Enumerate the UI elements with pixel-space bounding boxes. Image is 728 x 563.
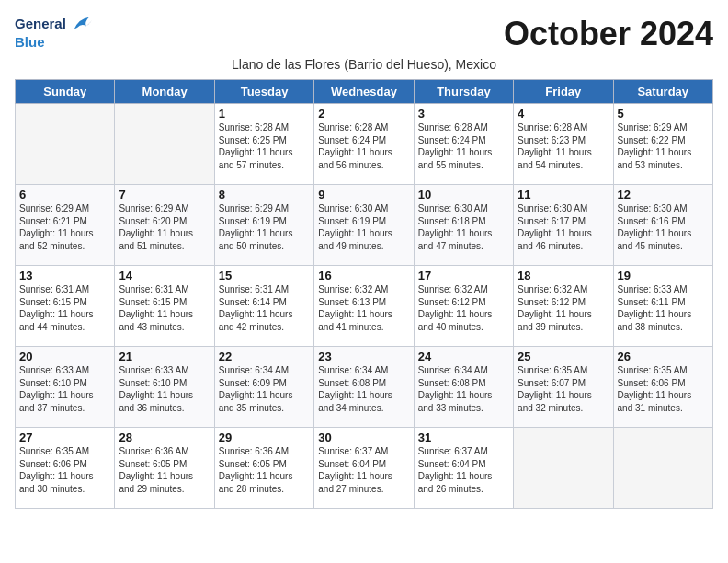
- calendar-cell: 15Sunrise: 6:31 AMSunset: 6:14 PMDayligh…: [214, 266, 313, 347]
- day-number: 25: [518, 350, 609, 363]
- day-number: 17: [418, 269, 509, 282]
- day-info: Sunrise: 6:32 AMSunset: 6:13 PMDaylight:…: [318, 283, 409, 333]
- calendar-cell: 2Sunrise: 6:28 AMSunset: 6:24 PMDaylight…: [314, 104, 414, 185]
- calendar-cell: 4Sunrise: 6:28 AMSunset: 6:23 PMDaylight…: [514, 104, 613, 185]
- calendar-cell: 22Sunrise: 6:34 AMSunset: 6:09 PMDayligh…: [214, 347, 313, 428]
- day-info: Sunrise: 6:33 AMSunset: 6:11 PMDaylight:…: [618, 283, 709, 333]
- weekday-header-row: Sunday Monday Tuesday Wednesday Thursday…: [16, 80, 713, 104]
- day-number: 21: [119, 350, 210, 363]
- calendar-cell: 25Sunrise: 6:35 AMSunset: 6:07 PMDayligh…: [514, 347, 613, 428]
- day-info: Sunrise: 6:37 AMSunset: 6:04 PMDaylight:…: [318, 445, 409, 495]
- calendar-cell: [514, 428, 613, 509]
- subtitle: Llano de las Flores (Barrio del Hueso), …: [15, 57, 713, 72]
- calendar-cell: 7Sunrise: 6:29 AMSunset: 6:20 PMDaylight…: [115, 185, 214, 266]
- calendar-cell: 31Sunrise: 6:37 AMSunset: 6:04 PMDayligh…: [414, 428, 513, 509]
- calendar-cell: [16, 104, 115, 185]
- day-info: Sunrise: 6:28 AMSunset: 6:25 PMDaylight:…: [219, 121, 310, 171]
- calendar-cell: 27Sunrise: 6:35 AMSunset: 6:06 PMDayligh…: [16, 428, 115, 509]
- calendar-cell: 3Sunrise: 6:28 AMSunset: 6:24 PMDaylight…: [414, 104, 513, 185]
- header-top: General Blue October 2024: [15, 15, 713, 53]
- day-info: Sunrise: 6:29 AMSunset: 6:19 PMDaylight:…: [219, 202, 310, 252]
- calendar-cell: 14Sunrise: 6:31 AMSunset: 6:15 PMDayligh…: [115, 266, 214, 347]
- day-info: Sunrise: 6:29 AMSunset: 6:22 PMDaylight:…: [618, 121, 709, 171]
- logo-blue: Blue: [15, 34, 45, 50]
- day-number: 30: [318, 431, 409, 444]
- day-info: Sunrise: 6:31 AMSunset: 6:15 PMDaylight:…: [19, 283, 110, 333]
- day-number: 2: [318, 107, 409, 121]
- day-number: 31: [418, 431, 509, 444]
- calendar-cell: 20Sunrise: 6:33 AMSunset: 6:10 PMDayligh…: [16, 347, 115, 428]
- calendar-cell: 13Sunrise: 6:31 AMSunset: 6:15 PMDayligh…: [16, 266, 115, 347]
- calendar-cell: 11Sunrise: 6:30 AMSunset: 6:17 PMDayligh…: [514, 185, 613, 266]
- calendar-cell: 28Sunrise: 6:36 AMSunset: 6:05 PMDayligh…: [115, 428, 214, 509]
- calendar-cell: 21Sunrise: 6:33 AMSunset: 6:10 PMDayligh…: [115, 347, 214, 428]
- day-number: 6: [19, 188, 110, 201]
- day-info: Sunrise: 6:32 AMSunset: 6:12 PMDaylight:…: [418, 283, 509, 333]
- calendar-cell: 9Sunrise: 6:30 AMSunset: 6:19 PMDaylight…: [314, 185, 414, 266]
- day-number: 7: [119, 188, 210, 201]
- day-number: 26: [618, 350, 709, 363]
- calendar-cell: [613, 428, 712, 509]
- day-number: 4: [518, 107, 609, 121]
- calendar-cell: 18Sunrise: 6:32 AMSunset: 6:12 PMDayligh…: [514, 266, 613, 347]
- header-friday: Friday: [514, 80, 613, 104]
- calendar-cell: 29Sunrise: 6:36 AMSunset: 6:05 PMDayligh…: [214, 428, 313, 509]
- day-info: Sunrise: 6:35 AMSunset: 6:06 PMDaylight:…: [19, 445, 110, 495]
- header-thursday: Thursday: [414, 80, 513, 104]
- day-info: Sunrise: 6:36 AMSunset: 6:05 PMDaylight:…: [119, 445, 210, 495]
- week-row-1: 1Sunrise: 6:28 AMSunset: 6:25 PMDaylight…: [16, 104, 713, 185]
- header-tuesday: Tuesday: [214, 80, 313, 104]
- day-info: Sunrise: 6:34 AMSunset: 6:09 PMDaylight:…: [219, 364, 310, 414]
- calendar-cell: 8Sunrise: 6:29 AMSunset: 6:19 PMDaylight…: [214, 185, 313, 266]
- calendar-cell: 12Sunrise: 6:30 AMSunset: 6:16 PMDayligh…: [613, 185, 712, 266]
- day-number: 9: [318, 188, 409, 201]
- day-number: 19: [618, 269, 709, 282]
- day-number: 10: [418, 188, 509, 201]
- day-info: Sunrise: 6:30 AMSunset: 6:19 PMDaylight:…: [318, 202, 409, 252]
- day-info: Sunrise: 6:31 AMSunset: 6:15 PMDaylight:…: [119, 283, 210, 333]
- header-wednesday: Wednesday: [314, 80, 414, 104]
- day-number: 15: [219, 269, 310, 282]
- week-row-2: 6Sunrise: 6:29 AMSunset: 6:21 PMDaylight…: [16, 185, 713, 266]
- header-saturday: Saturday: [613, 80, 712, 104]
- calendar-cell: 23Sunrise: 6:34 AMSunset: 6:08 PMDayligh…: [314, 347, 414, 428]
- logo: General Blue: [15, 15, 92, 52]
- calendar-cell: 19Sunrise: 6:33 AMSunset: 6:11 PMDayligh…: [613, 266, 712, 347]
- day-info: Sunrise: 6:34 AMSunset: 6:08 PMDaylight:…: [418, 364, 509, 414]
- calendar-cell: 30Sunrise: 6:37 AMSunset: 6:04 PMDayligh…: [314, 428, 414, 509]
- day-info: Sunrise: 6:30 AMSunset: 6:16 PMDaylight:…: [618, 202, 709, 252]
- day-info: Sunrise: 6:34 AMSunset: 6:08 PMDaylight:…: [318, 364, 409, 414]
- week-row-3: 13Sunrise: 6:31 AMSunset: 6:15 PMDayligh…: [16, 266, 713, 347]
- month-title: October 2024: [504, 15, 713, 53]
- day-number: 13: [19, 269, 110, 282]
- day-number: 29: [219, 431, 310, 444]
- calendar-cell: 17Sunrise: 6:32 AMSunset: 6:12 PMDayligh…: [414, 266, 513, 347]
- calendar-cell: 26Sunrise: 6:35 AMSunset: 6:06 PMDayligh…: [613, 347, 712, 428]
- day-number: 3: [418, 107, 509, 121]
- day-number: 5: [618, 107, 709, 121]
- day-info: Sunrise: 6:28 AMSunset: 6:23 PMDaylight:…: [518, 121, 609, 171]
- day-info: Sunrise: 6:30 AMSunset: 6:17 PMDaylight:…: [518, 202, 609, 252]
- week-row-4: 20Sunrise: 6:33 AMSunset: 6:10 PMDayligh…: [16, 347, 713, 428]
- day-info: Sunrise: 6:28 AMSunset: 6:24 PMDaylight:…: [418, 121, 509, 171]
- day-number: 18: [518, 269, 609, 282]
- day-number: 28: [119, 431, 210, 444]
- week-row-5: 27Sunrise: 6:35 AMSunset: 6:06 PMDayligh…: [16, 428, 713, 509]
- day-number: 22: [219, 350, 310, 363]
- day-number: 14: [119, 269, 210, 282]
- day-number: 20: [19, 350, 110, 363]
- calendar-cell: 5Sunrise: 6:29 AMSunset: 6:22 PMDaylight…: [613, 104, 712, 185]
- day-number: 8: [219, 188, 310, 201]
- day-number: 12: [618, 188, 709, 201]
- calendar-cell: 16Sunrise: 6:32 AMSunset: 6:13 PMDayligh…: [314, 266, 414, 347]
- day-info: Sunrise: 6:36 AMSunset: 6:05 PMDaylight:…: [219, 445, 310, 495]
- calendar-cell: 10Sunrise: 6:30 AMSunset: 6:18 PMDayligh…: [414, 185, 513, 266]
- day-info: Sunrise: 6:35 AMSunset: 6:07 PMDaylight:…: [518, 364, 609, 414]
- calendar-cell: 24Sunrise: 6:34 AMSunset: 6:08 PMDayligh…: [414, 347, 513, 428]
- calendar-cell: [115, 104, 214, 185]
- header-sunday: Sunday: [16, 80, 115, 104]
- day-info: Sunrise: 6:37 AMSunset: 6:04 PMDaylight:…: [418, 445, 509, 495]
- logo-bird-icon: [70, 15, 92, 33]
- day-info: Sunrise: 6:29 AMSunset: 6:20 PMDaylight:…: [119, 202, 210, 252]
- day-info: Sunrise: 6:35 AMSunset: 6:06 PMDaylight:…: [618, 364, 709, 414]
